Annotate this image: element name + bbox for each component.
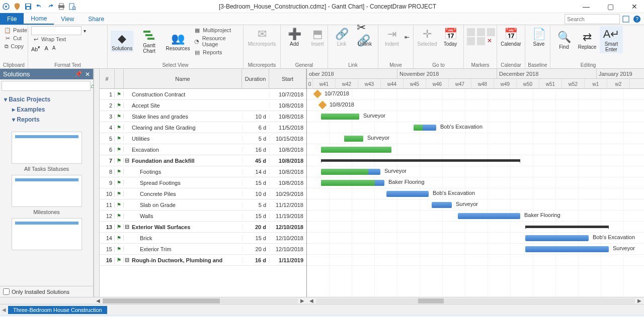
tab-home[interactable]: Home bbox=[24, 13, 54, 25]
save-icon[interactable] bbox=[24, 3, 32, 11]
task-row[interactable]: 10⚑Concrete Piles10 d10/29/2018 bbox=[100, 188, 306, 199]
task-row[interactable]: 5⚑Utilities5 d10/15/2018 bbox=[100, 133, 306, 144]
font-shrink-icon[interactable]: A bbox=[52, 45, 56, 51]
marker-icon[interactable] bbox=[477, 28, 485, 36]
task-row[interactable]: 12⚑Walls15 d11/19/2018 bbox=[100, 210, 306, 222]
task-bar[interactable] bbox=[525, 246, 609, 252]
marker-icon[interactable] bbox=[477, 37, 485, 45]
marker-icon[interactable] bbox=[467, 28, 475, 36]
task-row[interactable]: 2⚑Accept Site10/8/2018 bbox=[100, 100, 306, 111]
panel-search-input[interactable] bbox=[2, 81, 91, 91]
document-tab[interactable]: Three-Bedroom House Construction bbox=[8, 306, 107, 314]
today-button[interactable]: 📅Today bbox=[440, 26, 461, 48]
task-row[interactable]: 4⚑Clearing and Site Grading6 d11/5/2018 bbox=[100, 122, 306, 133]
copy-button[interactable]: ⧉Copy bbox=[3, 42, 25, 50]
task-bar[interactable] bbox=[525, 235, 589, 241]
col-name[interactable]: Name bbox=[124, 69, 242, 88]
task-bar[interactable] bbox=[386, 191, 429, 197]
font-select[interactable] bbox=[31, 26, 82, 35]
chart-row[interactable]: Surveyor bbox=[307, 199, 644, 210]
search-input[interactable] bbox=[565, 14, 620, 24]
report-thumb[interactable]: Milestones bbox=[5, 175, 88, 215]
chart-row[interactable]: Surveyor bbox=[307, 166, 644, 177]
grid-hscroll[interactable]: ◀▶ bbox=[94, 297, 307, 304]
target-icon[interactable] bbox=[2, 3, 10, 11]
paste-button[interactable]: 📋Paste bbox=[3, 26, 25, 34]
col-duration[interactable]: Duration bbox=[242, 69, 269, 88]
add-button[interactable]: ➕Add bbox=[284, 26, 305, 48]
task-row[interactable]: 13⚑⊟Exterior Wall Surfaces20 d12/10/2018 bbox=[100, 222, 306, 233]
milestone-icon[interactable] bbox=[318, 101, 327, 110]
col-num[interactable]: # bbox=[100, 69, 115, 88]
report-thumb[interactable] bbox=[5, 218, 88, 250]
maximize-button[interactable]: ▢ bbox=[603, 3, 618, 11]
redo-icon[interactable] bbox=[46, 3, 54, 11]
chart-row[interactable]: Bob's Excavation bbox=[307, 188, 644, 199]
grid-vscroll[interactable] bbox=[94, 69, 100, 297]
task-row[interactable]: 7⚑⊟Foundation and Backfill45 d10/8/2018 bbox=[100, 155, 306, 166]
outdent-icon[interactable]: ⇤ bbox=[405, 34, 410, 41]
slide-preview-bar[interactable]: Slide Preview bbox=[0, 315, 644, 317]
task-row[interactable]: 15⚑Exterior Trim20 d12/10/2018 bbox=[100, 244, 306, 255]
print-icon[interactable] bbox=[57, 3, 65, 11]
insert-button[interactable]: ⬒Insert bbox=[307, 26, 328, 48]
calendar-button[interactable]: 📅Calendar bbox=[500, 26, 522, 48]
baseline-save-button[interactable]: 📄Save bbox=[528, 26, 549, 48]
help-icon[interactable]: ? bbox=[633, 15, 641, 23]
cut-button[interactable]: ✂Cut bbox=[3, 34, 25, 42]
tab-nav-prev[interactable]: ◀ bbox=[2, 307, 6, 312]
gantt-chart-button[interactable]: Gantt Chart bbox=[135, 28, 163, 55]
font-grow-icon[interactable]: A bbox=[44, 45, 48, 51]
report-thumb[interactable]: All Tasks Statuses bbox=[5, 132, 88, 172]
search-go-icon[interactable] bbox=[622, 15, 630, 23]
summary-bar[interactable] bbox=[321, 159, 520, 162]
selected-button[interactable]: ✛Selected bbox=[417, 26, 438, 48]
chart-row[interactable]: Surveyor bbox=[307, 244, 644, 255]
task-bar[interactable] bbox=[458, 213, 520, 219]
microreports-button[interactable]: ✉Microreports bbox=[247, 26, 277, 48]
shield-icon[interactable] bbox=[13, 3, 21, 11]
minimize-button[interactable]: — bbox=[579, 3, 594, 11]
task-row[interactable]: 8⚑Footings14 d10/8/2018 bbox=[100, 166, 306, 177]
marker-icon[interactable] bbox=[487, 28, 495, 36]
chart-row[interactable]: Baker Flooring bbox=[307, 177, 644, 188]
chart-row[interactable] bbox=[307, 255, 644, 266]
task-row[interactable]: 16⚑⊟Rough-in Ductwork, Plumbing and16 d1… bbox=[100, 255, 306, 266]
replace-button[interactable]: ⇄Replace bbox=[577, 29, 598, 51]
tree-examples[interactable]: ▸ Examples bbox=[4, 104, 89, 115]
wrap-text-button[interactable]: ↩Wrap Text bbox=[31, 35, 104, 43]
task-row[interactable]: 3⚑Stake lines and grades10 d10/8/2018 bbox=[100, 111, 306, 122]
indent-button[interactable]: ⇥Indent bbox=[381, 26, 403, 48]
marker-icon[interactable] bbox=[467, 37, 475, 45]
chart-row[interactable]: 10/8/2018 bbox=[307, 100, 644, 111]
task-bar[interactable] bbox=[432, 202, 452, 208]
file-menu[interactable]: File bbox=[0, 13, 24, 25]
link-button[interactable]: 🔗Link bbox=[331, 26, 352, 48]
only-installed-checkbox[interactable] bbox=[3, 288, 10, 295]
tree-root[interactable]: ▾ Basic Projects bbox=[4, 94, 89, 104]
resource-usage-button[interactable]: ◔Resource Usage bbox=[193, 35, 240, 48]
chart-row[interactable]: 10/7/2018 bbox=[307, 89, 644, 100]
tree-reports[interactable]: ▾ Reports bbox=[4, 115, 89, 125]
undo-icon[interactable] bbox=[35, 3, 43, 11]
tab-share[interactable]: Share bbox=[81, 13, 111, 25]
task-row[interactable]: 9⚑Spread Footings15 d10/8/2018 bbox=[100, 177, 306, 188]
col-start[interactable]: Start bbox=[269, 69, 306, 88]
pin-icon[interactable]: 📌 bbox=[75, 71, 82, 77]
chart-row[interactable]: Bob's Excavation bbox=[307, 233, 644, 244]
task-row[interactable]: 14⚑Brick15 d12/10/2018 bbox=[100, 233, 306, 244]
solutions-button[interactable]: ◆Solutions bbox=[111, 31, 133, 52]
smart-enter-button[interactable]: A↵Smart Enter bbox=[600, 26, 623, 53]
chart-row[interactable] bbox=[307, 144, 644, 155]
task-row[interactable]: 6⚑Excavation16 d10/8/2018 bbox=[100, 144, 306, 155]
chart-row[interactable] bbox=[307, 155, 644, 166]
task-row[interactable]: 1⚑Construction Contract10/7/2018 bbox=[100, 89, 306, 100]
chart-row[interactable]: Surveyor bbox=[307, 111, 644, 122]
find-button[interactable]: 🔍Find bbox=[553, 29, 575, 51]
chart-row[interactable]: Bob's Excavation bbox=[307, 122, 644, 133]
preview-icon[interactable] bbox=[68, 3, 76, 11]
tab-view[interactable]: View bbox=[54, 13, 81, 25]
unlink-button[interactable]: ✂🔗Unlink bbox=[354, 26, 375, 48]
close-button[interactable]: ✕ bbox=[627, 3, 642, 11]
chart-row[interactable] bbox=[307, 222, 644, 233]
